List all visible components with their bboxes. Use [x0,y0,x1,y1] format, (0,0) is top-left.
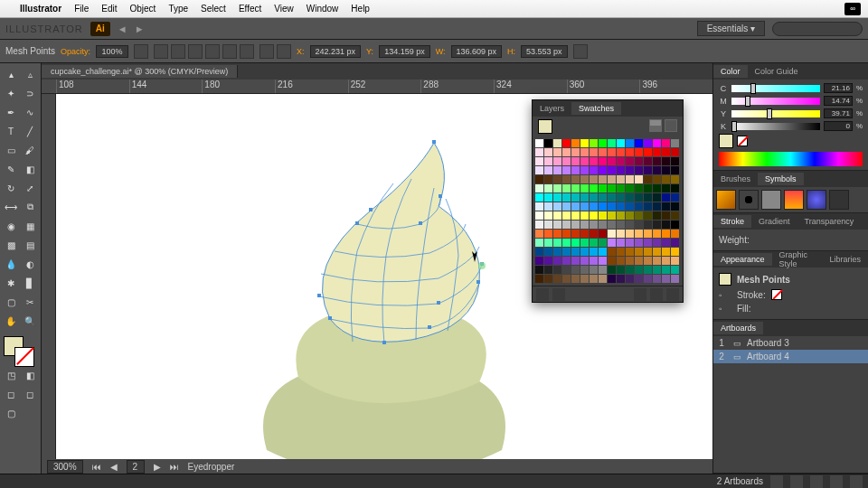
swatch[interactable] [644,157,652,165]
nav-first-icon[interactable]: ⏮ [92,462,101,472]
swatch[interactable] [617,139,625,147]
hand-tool[interactable]: ✋ [2,312,20,330]
spectrum-picker[interactable] [719,152,863,166]
swatch[interactable] [580,166,589,174]
swatch[interactable] [662,139,670,147]
swatch[interactable] [617,184,625,192]
tab-layers[interactable]: Layers [533,102,571,115]
swatch[interactable] [617,257,625,265]
swatch[interactable] [544,230,552,238]
recolor-icon[interactable] [134,44,148,59]
swatch[interactable] [544,193,552,202]
swatch[interactable] [662,202,670,211]
swatch[interactable] [635,148,643,156]
swatch[interactable] [662,230,670,238]
swatch[interactable] [653,248,661,256]
new-group-icon[interactable] [634,288,646,301]
swatch[interactable] [544,266,552,274]
tab-transparency[interactable]: Transparency [797,215,862,228]
swatch[interactable] [544,157,552,165]
swatch[interactable] [608,257,616,265]
shape-builder-tool[interactable]: ◉ [2,217,20,235]
x-input[interactable]: 242.231 px [310,45,362,58]
swatch[interactable] [590,248,598,256]
swatch[interactable] [617,275,625,283]
swatch[interactable] [626,257,634,265]
color-slider[interactable] [731,110,820,117]
swatch[interactable] [535,193,543,202]
rectangle-tool[interactable]: ▭ [2,141,20,159]
swatch[interactable] [544,148,552,156]
swatch[interactable] [617,175,625,183]
swatch[interactable] [626,166,634,174]
swatch[interactable] [580,275,589,283]
swatch[interactable] [617,166,625,174]
magic-wand-tool[interactable]: ✦ [2,84,20,102]
swatch[interactable] [535,211,543,220]
swatch[interactable] [580,211,589,220]
nav-prev-icon[interactable]: ◀ [110,462,118,472]
swatch[interactable] [580,193,589,202]
swatch[interactable] [562,148,571,156]
artboard-nav-input[interactable]: 2 [127,460,145,474]
swatch[interactable] [553,211,561,220]
tab-libraries[interactable]: Libraries [822,253,868,266]
swatch[interactable] [653,221,661,229]
swatch[interactable] [544,139,552,147]
gradient-mode-icon[interactable]: ◧ [21,366,39,384]
swatch[interactable] [553,157,561,165]
paintbrush-tool[interactable]: 🖌 [21,141,39,159]
swatch[interactable] [671,239,679,247]
swatch[interactable] [671,184,679,192]
nav-prev-icon[interactable]: ◄ [118,23,127,34]
swatch[interactable] [535,257,543,265]
swatch[interactable] [644,175,652,183]
tab-swatches[interactable]: Swatches [571,102,621,115]
swatch[interactable] [599,248,607,256]
pen-tool[interactable]: ✒ [2,103,20,121]
menu-select[interactable]: Select [201,4,226,14]
eraser-tool[interactable]: ◧ [21,160,39,178]
swatch[interactable] [544,248,552,256]
draw-normal-icon[interactable]: ◻ [2,385,20,403]
swatch[interactable] [571,275,580,283]
nav-next-icon[interactable]: ► [135,23,145,34]
zoom-level[interactable]: 300% [47,460,83,474]
swatch[interactable] [608,157,616,165]
swatch[interactable] [535,148,543,156]
move-up-icon[interactable] [790,475,803,488]
opacity-input[interactable]: 100% [96,45,128,58]
swatch[interactable] [626,230,634,238]
tab-gradient[interactable]: Gradient [751,215,797,228]
swatch[interactable] [562,239,571,247]
y-input[interactable]: 134.159 px [379,45,430,58]
swatch[interactable] [662,175,670,183]
swatch[interactable] [580,257,589,265]
list-view-icon[interactable] [649,119,662,132]
swatch[interactable] [662,166,670,174]
swatch[interactable] [626,202,634,211]
swatch[interactable] [635,139,643,147]
swatch[interactable] [635,184,643,192]
swatch[interactable] [653,166,661,174]
search-input[interactable] [772,22,863,36]
blend-tool[interactable]: ◐ [21,255,39,273]
swatch[interactable] [617,211,625,220]
swatch[interactable] [644,139,652,147]
swatch[interactable] [599,221,607,229]
swatch[interactable] [635,193,643,202]
fill-stroke-swatches[interactable] [2,334,39,365]
swatch[interactable] [544,166,552,174]
swatch[interactable] [580,184,589,192]
swatch[interactable] [599,230,607,238]
menu-edit[interactable]: Edit [101,4,117,14]
lasso-tool[interactable]: ⊃ [21,84,39,102]
swatch[interactable] [617,248,625,256]
swatch[interactable] [671,157,679,165]
document-tab[interactable]: cupcake_challenge.ai* @ 300% (CMYK/Previ… [42,65,238,78]
swatch[interactable] [590,230,598,238]
swatch[interactable] [653,175,661,183]
swatch[interactable] [599,202,607,211]
constrain-icon[interactable] [573,44,588,59]
swatch[interactable] [626,139,634,147]
